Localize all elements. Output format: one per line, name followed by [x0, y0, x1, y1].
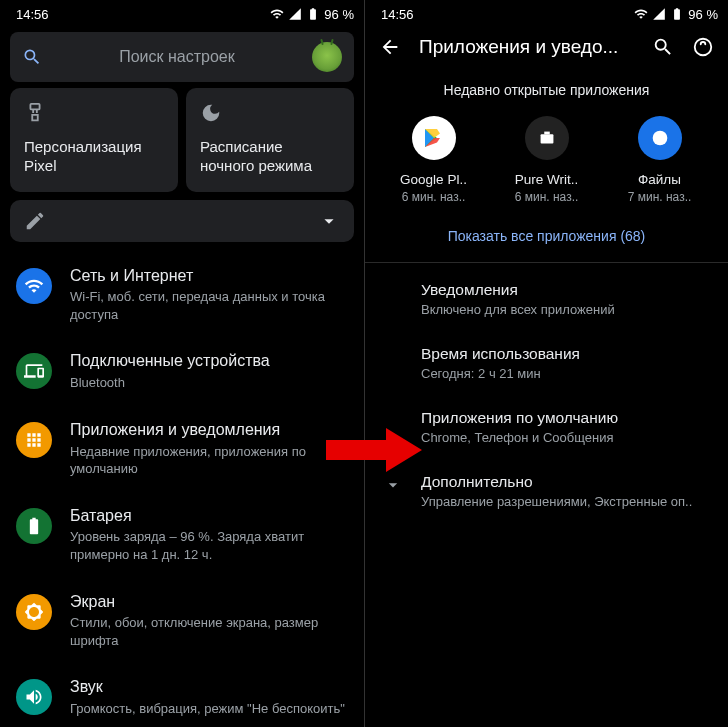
app-name: Pure Writ.. — [515, 172, 579, 187]
tile-label: Персонализация Pixel — [24, 138, 164, 176]
wifi-icon — [634, 7, 648, 21]
search-placeholder: Поиск настроек — [56, 48, 298, 66]
devices-icon — [16, 353, 52, 389]
row-title: Уведомления — [421, 281, 712, 299]
battery-icon — [16, 508, 52, 544]
pure-writer-icon — [525, 116, 569, 160]
signal-icon — [288, 7, 302, 21]
app-time: 6 мин. наз.. — [515, 190, 579, 204]
wifi-icon — [270, 7, 284, 21]
row-sub: Bluetooth — [70, 374, 348, 392]
recent-app-pure-writer[interactable]: Pure Writ.. 6 мин. наз.. — [497, 116, 597, 204]
row-sub: Стили, обои, отключение экрана, размер ш… — [70, 614, 348, 649]
settings-list: Сеть и Интернет Wi-Fi, моб. сети, переда… — [0, 246, 364, 728]
search-icon — [22, 47, 42, 67]
search-bar[interactable]: Поиск настроек — [10, 32, 354, 82]
apps-notifications-screen: 14:56 96 % Приложения и уведо... Недавно… — [364, 0, 728, 727]
help-icon — [692, 36, 714, 58]
help-button[interactable] — [692, 36, 714, 58]
row-network[interactable]: Сеть и Интернет Wi-Fi, моб. сети, переда… — [0, 252, 364, 338]
avatar[interactable] — [312, 42, 342, 72]
row-sub: Громкость, вибрация, режим "Не беспокоит… — [70, 700, 348, 718]
row-notifications[interactable]: Уведомления Включено для всех приложений — [365, 267, 728, 331]
tile-night-schedule[interactable]: Расписание ночного режима — [186, 88, 354, 192]
row-battery[interactable]: Батарея Уровень заряда – 96 %. Заряда хв… — [0, 492, 364, 578]
settings-main-screen: 14:56 96 % Поиск настроек Персонализация… — [0, 0, 364, 727]
status-battery: 96 % — [324, 7, 354, 22]
status-time: 14:56 — [381, 7, 414, 22]
row-title: Батарея — [70, 506, 348, 527]
svg-rect-2 — [540, 134, 553, 143]
tile-label: Расписание ночного режима — [200, 138, 340, 176]
row-sub: Chrome, Телефон и Сообщения — [421, 430, 712, 445]
status-bar: 14:56 96 % — [0, 0, 364, 26]
wifi-icon — [16, 268, 52, 304]
row-title: Дополнительно — [421, 473, 712, 491]
chevron-down-icon — [318, 210, 340, 232]
recent-apps: Google Pl.. 6 мин. наз.. Pure Writ.. 6 м… — [365, 116, 728, 204]
row-sound[interactable]: Звук Громкость, вибрация, режим "Не бесп… — [0, 663, 364, 727]
row-sub: Wi-Fi, моб. сети, передача данных и точк… — [70, 288, 348, 323]
row-screen-time[interactable]: Время использования Сегодня: 2 ч 21 мин — [365, 331, 728, 395]
sound-icon — [16, 679, 52, 715]
brush-icon — [24, 102, 164, 128]
row-sub: Управление разрешениями, Экстренные оп.. — [421, 494, 712, 509]
search-icon — [652, 36, 674, 58]
row-sub: Уровень заряда – 96 %. Заряда хватит при… — [70, 528, 348, 563]
row-default-apps[interactable]: Приложения по умолчанию Chrome, Телефон … — [365, 395, 728, 459]
status-battery: 96 % — [688, 7, 718, 22]
row-connected-devices[interactable]: Подключенные устройства Bluetooth — [0, 337, 364, 405]
svg-point-4 — [652, 131, 667, 146]
battery-icon — [306, 7, 320, 21]
arrow-back-icon — [379, 36, 401, 58]
files-icon — [638, 116, 682, 160]
status-bar: 14:56 96 % — [365, 0, 728, 26]
row-display[interactable]: Экран Стили, обои, отключение экрана, ра… — [0, 578, 364, 664]
page-title: Приложения и уведо... — [419, 36, 634, 58]
app-name: Google Pl.. — [400, 172, 467, 187]
row-sub: Включено для всех приложений — [421, 302, 712, 317]
row-title: Приложения и уведомления — [70, 420, 348, 441]
row-title: Экран — [70, 592, 348, 613]
back-button[interactable] — [379, 36, 401, 58]
battery-icon — [670, 7, 684, 21]
row-title: Время использования — [421, 345, 712, 363]
row-title: Звук — [70, 677, 348, 698]
row-sub: Сегодня: 2 ч 21 мин — [421, 366, 712, 381]
recent-apps-header: Недавно открытые приложения — [365, 66, 728, 116]
row-title: Приложения по умолчанию — [421, 409, 712, 427]
row-advanced[interactable]: Дополнительно Управление разрешениями, Э… — [365, 459, 728, 523]
recent-app-files[interactable]: Файлы 7 мин. наз.. — [610, 116, 710, 204]
app-time: 7 мин. наз.. — [628, 190, 692, 204]
google-play-icon — [412, 116, 456, 160]
row-sub: Недавние приложения, приложения по умолч… — [70, 443, 348, 478]
app-time: 6 мин. наз.. — [402, 190, 466, 204]
apps-icon — [16, 422, 52, 458]
status-icons: 96 % — [270, 7, 354, 22]
row-apps-notifications[interactable]: Приложения и уведомления Недавние прилож… — [0, 406, 364, 492]
svg-rect-0 — [30, 104, 39, 110]
svg-rect-3 — [544, 132, 550, 135]
edit-pencil-icon — [24, 210, 46, 232]
status-time: 14:56 — [16, 7, 49, 22]
chevron-down-icon — [383, 475, 403, 499]
display-icon — [16, 594, 52, 630]
row-title: Подключенные устройства — [70, 351, 348, 372]
search-button[interactable] — [652, 36, 674, 58]
divider — [365, 262, 728, 263]
row-title: Сеть и Интернет — [70, 266, 348, 287]
recent-app-google-play[interactable]: Google Pl.. 6 мин. наз.. — [384, 116, 484, 204]
signal-icon — [652, 7, 666, 21]
app-name: Файлы — [638, 172, 681, 187]
tile-pixel-personalization[interactable]: Персонализация Pixel — [10, 88, 178, 192]
moon-icon — [200, 102, 340, 128]
show-all-apps-link[interactable]: Показать все приложения (68) — [365, 204, 728, 262]
appbar: Приложения и уведо... — [365, 26, 728, 66]
status-icons: 96 % — [634, 7, 718, 22]
tiles-edit-bar[interactable] — [10, 200, 354, 242]
